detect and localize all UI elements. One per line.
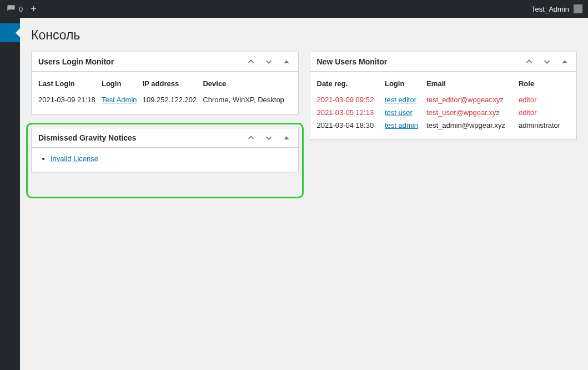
admin-sidebar <box>0 18 20 370</box>
comments-indicator[interactable]: 0 <box>7 4 23 13</box>
chevron-up-icon <box>524 57 534 67</box>
widget-body: Invalid License <box>32 148 298 172</box>
cell-login: Test Admin <box>102 93 143 106</box>
col-role: Role <box>519 77 570 93</box>
notice-link[interactable]: Invalid License <box>51 154 98 163</box>
highlight-annotation: Dismissed Gravity Notices Invalid Licens… <box>26 123 304 198</box>
widget-handle-actions <box>246 133 292 143</box>
table-header-row: Date reg. Login Email Role <box>317 77 570 93</box>
move-up-button[interactable] <box>246 133 256 143</box>
notice-list: Invalid License <box>38 153 292 164</box>
caret-up-icon <box>282 133 292 143</box>
cell-email: test_user@wpgear.xyz <box>426 106 519 119</box>
chevron-down-icon <box>542 57 552 67</box>
widget-title: Users Login Monitor <box>38 57 114 66</box>
widget-title: New Users Monitor <box>317 57 388 66</box>
chevron-down-icon <box>264 57 274 67</box>
widget-handle-actions <box>246 57 292 67</box>
svg-marker-0 <box>284 60 289 63</box>
widget-header: New Users Monitor <box>310 52 577 72</box>
svg-marker-1 <box>284 136 289 139</box>
list-item: Invalid License <box>51 153 292 164</box>
new-users-table: Date reg. Login Email Role 2021-03-09 09… <box>317 77 570 132</box>
current-user-label: Test_Admin <box>531 5 569 13</box>
cell-last-login: 2021-03-09 21:18 <box>38 93 102 106</box>
widget-dismissed-gravity-notices: Dismissed Gravity Notices Invalid Licens… <box>31 128 299 172</box>
widget-handle-actions <box>524 57 570 67</box>
col-email: Email <box>426 77 519 93</box>
toggle-button[interactable] <box>282 133 292 143</box>
widget-body: Date reg. Login Email Role 2021-03-09 09… <box>310 72 577 139</box>
widget-header: Users Login Monitor <box>32 52 298 72</box>
cell-role: administrator <box>519 119 570 132</box>
widget-body: Last Login Login IP address Device 2021-… <box>32 72 298 114</box>
dashboard-col-left: Users Login Monitor Last Login <box>31 52 299 198</box>
layout: Консоль Users Login Monitor <box>0 18 588 370</box>
user-link[interactable]: test editor <box>385 96 416 104</box>
chevron-up-icon <box>246 133 256 143</box>
move-down-button[interactable] <box>264 133 274 143</box>
col-device: Device <box>203 77 291 93</box>
cell-role: editor <box>519 93 570 106</box>
widget-header: Dismissed Gravity Notices <box>32 128 298 148</box>
cell-date-reg: 2021-03-05 12:13 <box>317 106 385 119</box>
move-down-button[interactable] <box>264 57 274 67</box>
dashboard-col-right: New Users Monitor Date reg. <box>310 52 577 140</box>
toggle-button[interactable] <box>560 57 570 67</box>
chevron-down-icon <box>264 133 274 143</box>
col-login: Login <box>102 77 143 93</box>
user-link[interactable]: Test Admin <box>102 96 137 104</box>
cell-device: Chrome, WinXP, Desktop <box>203 93 291 106</box>
cell-ip: 109.252.122.202 <box>143 93 203 106</box>
chevron-up-icon <box>246 57 256 67</box>
page-title: Консоль <box>31 28 577 43</box>
table-row: 2021-03-05 12:13 test user test_user@wpg… <box>317 106 570 119</box>
table-row: 2021-03-09 21:18 Test Admin 109.252.122.… <box>38 93 292 106</box>
caret-up-icon <box>560 57 570 67</box>
admin-bar-right[interactable]: Test_Admin <box>531 4 588 13</box>
cell-role: editor <box>519 106 570 119</box>
widget-title: Dismissed Gravity Notices <box>38 133 137 142</box>
cell-login: test admin <box>385 119 426 132</box>
widget-new-users-monitor: New Users Monitor Date reg. <box>310 52 577 140</box>
move-up-button[interactable] <box>246 57 256 67</box>
cell-email: test_admin@wpgear.xyz <box>426 119 519 132</box>
col-login: Login <box>385 77 426 93</box>
dashboard-columns: Users Login Monitor Last Login <box>31 52 577 198</box>
admin-bar-left: 0 + <box>7 4 37 14</box>
cell-date-reg: 2021-03-04 18:30 <box>317 119 385 132</box>
cell-email: test_editor@wpgear.xyz <box>426 93 519 106</box>
table-header-row: Last Login Login IP address Device <box>38 77 292 93</box>
svg-marker-2 <box>562 60 567 63</box>
caret-up-icon <box>282 57 292 67</box>
cell-date-reg: 2021-03-09 09:52 <box>317 93 385 106</box>
col-ip: IP address <box>143 77 203 93</box>
admin-bar: 0 + Test_Admin <box>0 0 588 18</box>
user-link[interactable]: test admin <box>385 121 418 129</box>
comment-count: 0 <box>19 5 23 13</box>
toggle-button[interactable] <box>282 57 292 67</box>
users-login-table: Last Login Login IP address Device 2021-… <box>38 77 292 106</box>
table-row: 2021-03-04 18:30 test admin test_admin@w… <box>317 119 570 132</box>
sidebar-active-indicator[interactable] <box>0 23 20 42</box>
content-area: Консоль Users Login Monitor <box>20 18 588 370</box>
cell-login: test editor <box>385 93 426 106</box>
new-content-button[interactable]: + <box>31 4 37 14</box>
cell-login: test user <box>385 106 426 119</box>
plus-icon: + <box>31 4 37 14</box>
comment-icon <box>7 4 16 13</box>
widget-users-login-monitor: Users Login Monitor Last Login <box>31 52 299 114</box>
table-row: 2021-03-09 09:52 test editor test_editor… <box>317 93 570 106</box>
move-down-button[interactable] <box>542 57 552 67</box>
user-link[interactable]: test user <box>385 108 413 117</box>
col-date-reg: Date reg. <box>317 77 385 93</box>
avatar <box>574 4 582 13</box>
move-up-button[interactable] <box>524 57 534 67</box>
col-last-login: Last Login <box>38 77 102 93</box>
